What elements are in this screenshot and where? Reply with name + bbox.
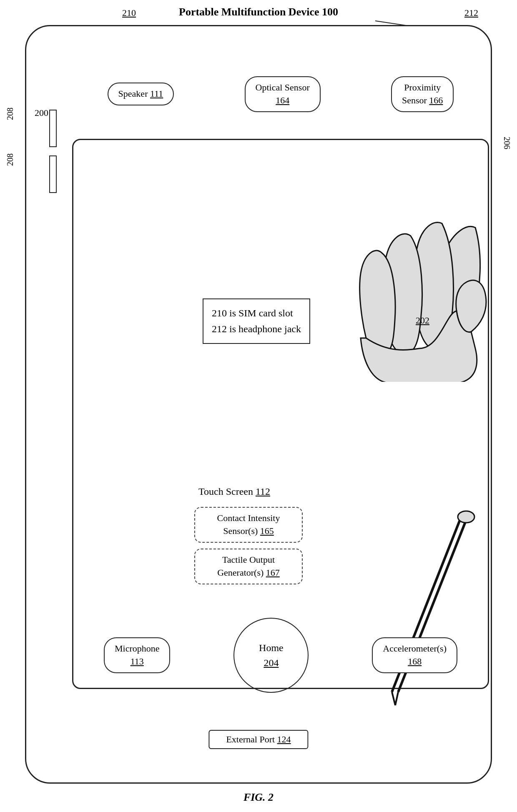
tactile-output-box: Tactile OutputGenerator(s) 167 [194,549,303,584]
figure-caption: FIG. 2 [243,791,274,804]
proximity-sensor-box: ProximitySensor 166 [391,76,454,112]
optical-sensor-box: Optical Sensor164 [245,76,321,112]
page-title: Portable Multifunction Device 100 [179,6,338,18]
side-label-206: 206 [502,137,512,149]
external-port-box: External Port 124 [208,730,308,749]
label-202: 202 [416,315,429,326]
sim-slot-label: 210 [122,8,136,18]
hand-illustration [317,215,492,382]
touchscreen-label: Touch Screen 112 [198,486,270,497]
side-label-208-top: 208 [5,108,15,120]
speaker-box: Speaker 111 [108,83,174,105]
svg-line-4 [392,692,395,705]
touch-screen: 210 is SIM card slot 212 is headphone ja… [72,139,489,689]
label-200: 200 [35,108,48,118]
contact-intensity-box: Contact IntensitySensor(s) 165 [194,507,303,543]
svg-line-5 [395,692,398,705]
home-button-box: Home204 [233,618,309,693]
device-outer: 208 208 206 210 212 Speaker 111 Optical … [25,25,492,784]
headphone-jack-label: 212 [464,8,478,18]
side-label-208-bottom: 208 [5,153,15,166]
bottom-components-row: Microphone113 Home204 Accelerometer(s)16… [72,618,489,693]
annotation-box: 210 is SIM card slot 212 is headphone ja… [203,298,310,344]
side-button-left-top [49,110,57,147]
side-button-left-bottom [49,155,57,193]
accelerometer-box: Accelerometer(s)168 [372,637,457,673]
page: Portable Multifunction Device 100 208 20… [0,0,517,812]
microphone-box: Microphone113 [104,637,171,673]
top-components-row: Speaker 111 Optical Sensor164 ProximityS… [72,76,489,112]
svg-point-6 [458,511,474,523]
